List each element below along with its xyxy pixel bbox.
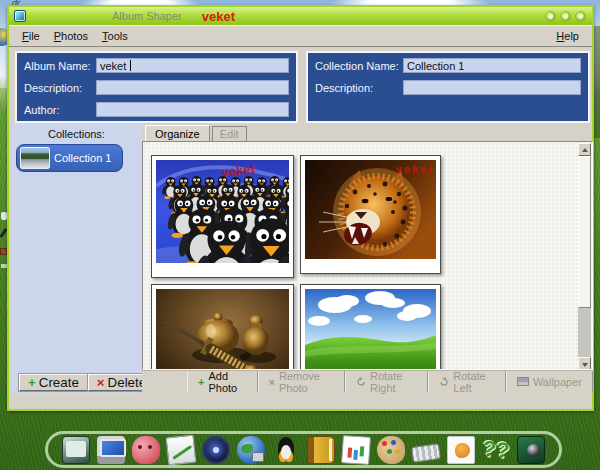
photo-grid: veket xyxy=(142,141,593,370)
camera-box-icon[interactable] xyxy=(517,436,545,464)
notes-icon[interactable] xyxy=(165,434,196,465)
workspace: Organize Edit xyxy=(142,123,593,394)
collection-info-panel: Collection Name: Description: xyxy=(306,51,590,123)
terminal-icon[interactable] xyxy=(62,436,90,464)
silver-case-icon[interactable] xyxy=(411,443,441,463)
x-icon: × xyxy=(97,375,105,390)
scroll-down-arrow[interactable] xyxy=(578,357,591,370)
menu-file[interactable]: File xyxy=(15,27,47,45)
tree-strip xyxy=(594,26,600,138)
album-info-panel: Album Name: Description: Author: xyxy=(15,51,298,123)
menu-help[interactable]: Help xyxy=(549,27,586,45)
scroll-up-arrow[interactable] xyxy=(578,143,591,156)
tabbar: Organize Edit xyxy=(142,123,593,141)
text-caret xyxy=(130,60,131,71)
rotate-right-button[interactable]: Rotate Right xyxy=(345,371,428,392)
add-photo-button[interactable]: + Add Photo xyxy=(187,371,258,392)
report-chart-icon[interactable] xyxy=(341,435,371,465)
photo-watermark: veket xyxy=(396,163,434,175)
collection-name-label: Collection Name: xyxy=(315,60,403,72)
album-name-input[interactable] xyxy=(96,58,289,73)
menu-tools[interactable]: Tools xyxy=(95,27,135,45)
pet-game-icon[interactable] xyxy=(447,436,475,464)
rotate-left-icon xyxy=(439,375,449,388)
photo-thumbnail-cheetah[interactable]: veket xyxy=(300,155,441,274)
pig-mascot-icon[interactable] xyxy=(132,436,160,464)
collection-name-input[interactable] xyxy=(403,58,581,73)
photo-toolbar: + Add Photo × Remove Photo Rotate Right … xyxy=(142,370,593,392)
minimize-button[interactable] xyxy=(545,11,556,22)
paint-monitor-icon[interactable] xyxy=(97,436,125,464)
menu-photos[interactable]: Photos xyxy=(47,27,95,45)
collection-description-input[interactable] xyxy=(403,80,581,95)
tab-organize[interactable]: Organize xyxy=(145,125,210,142)
maximize-button[interactable] xyxy=(560,11,571,22)
window-title: Album Shaper xyxy=(112,10,182,22)
album-name-label: Album Name: xyxy=(24,60,96,72)
photo-thumbnail-penguins[interactable]: veket xyxy=(151,155,294,278)
window-title-brand: veket xyxy=(202,9,235,24)
album-author-label: Author: xyxy=(24,104,96,116)
create-collection-button[interactable]: +Create xyxy=(19,374,88,391)
remove-photo-button[interactable]: × Remove Photo xyxy=(258,371,345,392)
close-button[interactable] xyxy=(575,11,586,22)
wallpaper-button[interactable]: Wallpaper xyxy=(506,371,593,392)
art-palette-icon[interactable] xyxy=(377,436,405,464)
wallpaper-icon xyxy=(517,377,529,386)
address-book-icon[interactable] xyxy=(307,436,335,464)
desktop-icon-fragment[interactable] xyxy=(0,248,7,255)
tab-edit[interactable]: Edit xyxy=(212,126,247,141)
tux-penguin-icon[interactable] xyxy=(272,436,300,464)
menubar: File Photos Tools Help xyxy=(9,25,592,47)
album-author-input[interactable] xyxy=(96,102,289,117)
vertical-scrollbar[interactable] xyxy=(578,143,591,370)
photo-thumbnail-still-life[interactable] xyxy=(151,284,294,370)
plus-icon: + xyxy=(28,375,36,390)
titlebar[interactable]: Album Shaper veket xyxy=(9,7,592,25)
collection-item-label: Collection 1 xyxy=(54,152,111,164)
plus-icon: + xyxy=(198,376,204,388)
x-icon: × xyxy=(269,376,275,388)
desktop: dr Album Shaper veket File Photos Tools … xyxy=(0,0,600,470)
collection-description-label: Description: xyxy=(315,82,403,94)
collection-list-item[interactable]: Collection 1 xyxy=(16,144,123,172)
collections-sidebar: Collections: Collection 1 +Create ×Delet… xyxy=(11,123,142,394)
media-player-icon[interactable] xyxy=(202,436,230,464)
network-globe-icon[interactable] xyxy=(237,436,265,464)
rotate-right-icon xyxy=(356,375,366,388)
scrollbar-thumb[interactable] xyxy=(578,156,591,308)
album-shaper-window: Album Shaper veket File Photos Tools Hel… xyxy=(7,5,594,411)
collection-thumbnail xyxy=(20,147,50,169)
app-icon xyxy=(14,10,26,22)
window-buttons xyxy=(545,11,586,22)
dock: ?? xyxy=(45,431,562,468)
collections-label: Collections: xyxy=(11,123,142,140)
album-description-input[interactable] xyxy=(96,80,289,95)
photo-thumbnail-field[interactable] xyxy=(300,284,441,370)
album-description-label: Description: xyxy=(24,82,96,94)
help-question-icon[interactable]: ?? xyxy=(481,434,512,465)
rotate-left-button[interactable]: Rotate Left xyxy=(428,371,506,392)
